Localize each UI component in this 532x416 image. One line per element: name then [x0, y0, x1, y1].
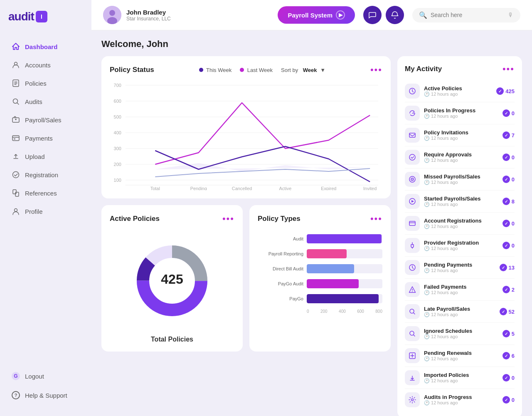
- activity-time: 🕐 12 hours ago: [424, 334, 498, 339]
- sidebar-item-label: Payments: [25, 135, 53, 142]
- sidebar-item-profile[interactable]: Profile: [7, 203, 85, 220]
- activity-icon-search2: [405, 304, 420, 319]
- activity-count: ✓ 13: [500, 264, 515, 271]
- activity-item-ignored: Ignored Schedules 🕐 12 hours ago ✓ 5: [405, 323, 515, 345]
- sidebar-item-label: Accounts: [25, 62, 51, 69]
- sidebar-item-references[interactable]: References: [7, 185, 85, 201]
- activity-count: ✓ 7: [502, 131, 515, 139]
- count-check-icon: ✓: [500, 308, 507, 315]
- bar-row-payroll: Payroll Reporting: [258, 249, 382, 258]
- svg-point-42: [409, 154, 415, 160]
- activity-info: Policies In Progress 🕐 12 hours ago: [424, 107, 498, 119]
- sidebar-item-help[interactable]: ? Help & Support: [7, 387, 85, 404]
- sidebar-item-payments[interactable]: Payments: [7, 130, 85, 146]
- activity-info: Active Policies 🕐 12 hours ago: [424, 85, 492, 97]
- activity-icon-mail: [405, 128, 420, 143]
- bottom-grid: Active Policies •••: [101, 205, 391, 352]
- sidebar-item-accounts[interactable]: Accounts: [7, 57, 85, 73]
- donut-chart: 425: [131, 239, 214, 322]
- activity-info: Audits in Progress 🕐 12 hours ago: [424, 394, 498, 406]
- activity-info: Pending Payments 🕐 12 hours ago: [424, 262, 495, 273]
- more-options-icon[interactable]: •••: [370, 64, 382, 75]
- sort-control[interactable]: Sort by Week ▼: [281, 67, 325, 73]
- sidebar-item-label: Payroll/Sales: [25, 116, 62, 124]
- notifications-icon[interactable]: [386, 6, 404, 24]
- user-name: John Bradley: [126, 9, 171, 16]
- count-check-icon: ✓: [502, 109, 510, 117]
- svg-text:100: 100: [114, 178, 121, 183]
- header-icons: [363, 6, 404, 24]
- logo-icon: I: [36, 11, 47, 22]
- activity-icon-gear: [405, 392, 420, 407]
- bar-chart-container: Audit Payroll Reporting: [258, 231, 382, 317]
- activity-count: ✓ 0: [502, 220, 515, 227]
- activity-time: 🕐 12 hours ago: [424, 158, 498, 163]
- activity-time: 🕐 12 hours ago: [424, 356, 498, 362]
- svg-text:425: 425: [161, 272, 183, 287]
- sidebar-item-dashboard[interactable]: Dashboard: [7, 38, 85, 55]
- activity-name: Ignored Schedules: [424, 328, 498, 334]
- search-input[interactable]: [431, 12, 505, 18]
- this-week-dot: [199, 68, 203, 72]
- svg-text:Invited: Invited: [363, 186, 377, 190]
- policy-types-header: Policy Types •••: [258, 213, 382, 224]
- count-check-icon: ✓: [502, 220, 510, 227]
- sidebar-item-label: Upload: [25, 153, 45, 160]
- activity-time: 🕐 12 hours ago: [424, 400, 498, 406]
- svg-rect-41: [409, 133, 415, 137]
- profile-icon: [12, 207, 20, 215]
- activity-name: Missed Payrolls/Sales: [424, 173, 498, 180]
- payroll-button[interactable]: Payroll System ▶: [278, 6, 355, 24]
- activity-count: ✓ 52: [500, 308, 515, 315]
- activity-count: ✓ 0: [502, 374, 515, 381]
- activity-name: Pending Renewals: [424, 350, 498, 356]
- search-icon: 🔍: [419, 11, 427, 19]
- activity-count: ✓ 0: [502, 109, 515, 117]
- policy-types-title: Policy Types: [258, 215, 300, 223]
- policy-types-more[interactable]: •••: [370, 213, 382, 224]
- activity-info: Failed Payments 🕐 12 hours ago: [424, 284, 498, 295]
- count-check-icon: ✓: [500, 264, 507, 271]
- svg-rect-4: [12, 136, 19, 141]
- activity-info: Late Payroll/Sales 🕐 12 hours ago: [424, 306, 495, 317]
- bar-label: Payroll Reporting: [258, 251, 303, 256]
- activity-icon-search3: [405, 326, 420, 341]
- count-check-icon: ✓: [502, 242, 510, 249]
- arrow-icon: ▶: [336, 10, 345, 20]
- activity-time: 🕐 12 hours ago: [424, 378, 498, 384]
- activity-item-approvals: Require Approvals 🕐 12 hours ago ✓ 0: [405, 146, 515, 168]
- messages-icon[interactable]: [363, 6, 382, 24]
- sidebar-item-audits[interactable]: Audits: [7, 93, 85, 110]
- svg-text:Pending: Pending: [190, 186, 207, 190]
- bar-row-audit: Audit: [258, 234, 382, 243]
- sidebar-item-label: Profile: [25, 208, 43, 215]
- activity-icon-plug: [405, 238, 420, 253]
- count-check-icon: ✓: [502, 176, 510, 183]
- left-column: Policy Status This Week Last Week: [101, 56, 391, 416]
- sidebar-item-registration[interactable]: Registration: [7, 166, 85, 183]
- count-check-icon: ✓: [496, 87, 504, 95]
- activity-time: 🕐 12 hours ago: [424, 290, 498, 295]
- header: John Bradley Star Insurance, LLC Payroll…: [91, 0, 532, 30]
- active-policies-more[interactable]: •••: [222, 213, 234, 224]
- bar-label: PayGo: [258, 296, 303, 301]
- sidebar-item-logout[interactable]: G Logout: [7, 368, 85, 384]
- activity-more[interactable]: •••: [502, 64, 515, 74]
- accounts-icon: [12, 61, 20, 69]
- activity-info: Pending Renewals 🕐 12 hours ago: [424, 350, 498, 362]
- sidebar-item-upload[interactable]: Upload: [7, 148, 85, 165]
- sidebar-item-payroll[interactable]: Payroll/Sales: [7, 111, 85, 128]
- svg-text:700: 700: [114, 83, 121, 88]
- svg-text:Cancelled: Cancelled: [232, 186, 252, 190]
- mic-icon[interactable]: 🎙: [508, 12, 514, 18]
- bar-fill: [307, 234, 382, 243]
- main-area: John Bradley Star Insurance, LLC Payroll…: [91, 0, 532, 416]
- audits-icon: [12, 97, 20, 106]
- bar-row-direct: Direct Bill Audit: [258, 264, 382, 273]
- dashboard-icon: [12, 42, 20, 51]
- sidebar-item-policies[interactable]: Policies: [7, 75, 85, 92]
- activity-item-account-reg: Account Registrations 🕐 12 hours ago ✓ 0: [405, 213, 515, 235]
- activity-count: ✓ 0: [502, 154, 515, 161]
- activity-panel: My Activity ••• Active Policies 🕐 12 hou…: [397, 56, 522, 416]
- activity-name: Started Payrolls/Sales: [424, 196, 498, 202]
